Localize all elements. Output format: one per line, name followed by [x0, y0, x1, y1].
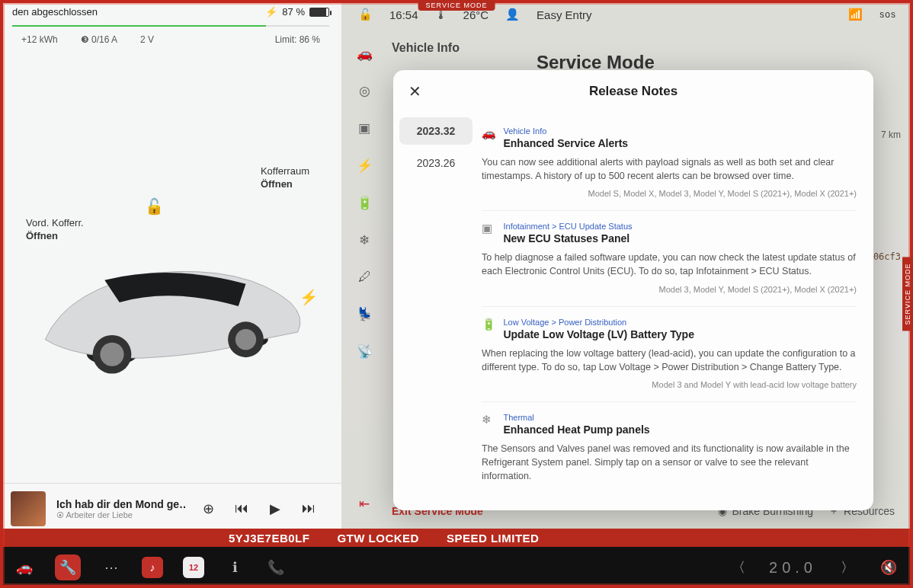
dock-manual-icon[interactable]: ℹ — [224, 559, 245, 576]
battery-icon — [309, 8, 329, 17]
release-notes-modal: ✕ Release Notes 2023.32 2023.26 🚗 Vehicl… — [393, 70, 873, 510]
dock-more-icon[interactable]: ⋯ — [101, 559, 122, 576]
rail-battery-icon[interactable]: 🔋 — [357, 195, 373, 211]
trunk-button[interactable]: Kofferraum Öffnen — [261, 165, 309, 191]
gtw-locked-text: GTW LOCKED — [337, 532, 419, 545]
hash-peek: 06cf3 — [873, 251, 901, 262]
note-models: Model 3, Model Y, Model S (2021+), Model… — [482, 285, 857, 294]
note-models: Model 3 and Model Y with lead-acid low v… — [482, 380, 857, 389]
svg-text:⚡: ⚡ — [300, 288, 319, 306]
charge-amps: ❸ 0/16 A — [81, 34, 117, 45]
note-battery-icon: 🔋 — [482, 318, 500, 331]
media-bar: Ich hab dir den Mond ge… ⦿ Arbeiter der … — [0, 483, 341, 533]
car-render: ⚡ — [23, 243, 320, 377]
note-item: ▣ Infotainment > ECU Update Status New E… — [482, 211, 857, 306]
media-next-button[interactable]: ⏭ — [297, 500, 320, 516]
note-body: To help diagnose a failed software updat… — [482, 251, 857, 278]
battery-percent: 87 % — [282, 6, 305, 18]
note-item: 🔋 Low Voltage > Power Distribution Updat… — [482, 307, 857, 402]
version-list: 2023.32 2023.26 — [393, 113, 479, 510]
temp-up-button[interactable]: 〉 — [837, 558, 858, 577]
note-title: Enhanced Service Alerts — [503, 137, 855, 149]
note-crumb: Low Voltage > Power Distribution — [503, 318, 855, 327]
charge-volts: 2 V — [140, 34, 154, 45]
note-crumb: Vehicle Info — [503, 126, 855, 136]
note-chip-icon: ▣ — [482, 222, 500, 235]
notes-scroll[interactable]: 🚗 Vehicle Info Enhanced Service Alerts Y… — [479, 113, 873, 510]
svg-point-5 — [235, 329, 256, 350]
note-title: Enhanced Heat Pump panels — [503, 423, 855, 436]
service-mode-side-tag: SERVICE MODE — [902, 257, 913, 331]
frunk-action: Öffnen — [26, 230, 84, 243]
rail-snowflake-icon[interactable]: ❄ — [359, 232, 370, 248]
media-play-button[interactable]: ▶ — [264, 500, 287, 517]
note-body: The Sensors and Valves panel was removed… — [482, 442, 857, 483]
vin-strip: 5YJ3E7EB0LF GTW LOCKED SPEED LIMITED — [0, 529, 913, 547]
dock-phone-icon[interactable]: 📞 — [265, 559, 287, 576]
note-crumb: Thermal — [503, 413, 855, 422]
charge-stats: +12 kWh ❸ 0/16 A 2 V Limit: 86 % — [0, 27, 341, 53]
rail-steering-icon[interactable]: ◎ — [359, 83, 370, 99]
lock-status-text: den abgeschlossen — [12, 6, 98, 18]
rail-vehicle-icon[interactable]: 🚗 — [357, 46, 373, 62]
header-lock-icon[interactable]: 🔓 — [358, 8, 373, 21]
note-item: 🚗 Vehicle Info Enhanced Service Alerts Y… — [482, 116, 857, 211]
version-item-1[interactable]: 2023.26 — [399, 149, 473, 177]
note-models: Model S, Model X, Model 3, Model Y, Mode… — [482, 189, 857, 198]
frunk-label: Vord. Kofferr. — [26, 217, 84, 228]
dock-calendar-icon[interactable]: 12 — [183, 557, 204, 578]
media-add-button[interactable]: ⊕ — [197, 500, 219, 517]
note-thermal-icon: ❄ — [482, 413, 500, 427]
charge-bolt-icon: ⚡ — [265, 6, 277, 18]
left-panel: den abgeschlossen ⚡ 87 % +12 kWh ❸ 0/16 … — [0, 0, 341, 533]
vin-text: 5YJ3E7EB0LF — [229, 532, 309, 545]
rail-exit-icon[interactable]: ⇤ — [359, 496, 370, 512]
speed-limited-text: SPEED LIMITED — [447, 532, 540, 545]
album-art[interactable] — [11, 491, 46, 526]
rail-seat-icon[interactable]: 💺 — [357, 306, 373, 322]
sos-button[interactable]: sos — [879, 9, 896, 20]
note-body: When replacing the low voltage battery (… — [482, 347, 857, 374]
temp-down-button[interactable]: 〈 — [728, 558, 749, 577]
profile-name[interactable]: Easy Entry — [537, 8, 592, 21]
note-title: New ECU Statuses Panel — [503, 232, 855, 244]
rail-bolt-icon[interactable]: ⚡ — [357, 158, 373, 174]
media-prev-button[interactable]: ⏮ — [230, 500, 253, 516]
header-time: 16:54 — [389, 8, 418, 21]
trunk-label: Kofferraum — [261, 165, 309, 177]
unlock-icon[interactable]: 🔓 — [145, 197, 164, 216]
frunk-button[interactable]: Vord. Kofferr. Öffnen — [26, 217, 84, 243]
dock-mute-icon[interactable]: 🔇 — [878, 559, 899, 576]
version-item-0[interactable]: 2023.32 — [399, 117, 473, 145]
service-mode-tag: SERVICE MODE — [418, 0, 495, 11]
svg-point-3 — [100, 343, 123, 366]
note-item: ❄ Thermal Enhanced Heat Pump panels The … — [482, 402, 857, 495]
dock-car-icon[interactable]: 🚗 — [14, 559, 35, 576]
charge-limit[interactable]: Limit: 86 % — [275, 34, 320, 45]
dock-music-icon[interactable]: ♪ — [142, 557, 163, 578]
rail-chip-icon[interactable]: ▣ — [358, 120, 370, 136]
wifi-icon[interactable]: 📶 — [848, 8, 863, 21]
trunk-action: Öffnen — [261, 178, 309, 191]
dock-temp[interactable]: 20.0 — [769, 559, 817, 577]
rail-wrench-icon[interactable]: 🖊 — [358, 270, 371, 285]
charge-kwh: +12 kWh — [21, 34, 58, 45]
track-title: Ich hab dir den Mond ge… — [56, 498, 186, 510]
note-body: You can now see additional alerts with p… — [482, 155, 857, 183]
dock-service-icon[interactable]: 🔧 — [55, 554, 81, 580]
note-title: Update Low Voltage (LV) Battery Type — [503, 328, 855, 340]
odometer-peek: 7 km — [881, 129, 901, 140]
track-artist: ⦿ Arbeiter der Liebe — [56, 510, 186, 519]
rail-satellite-icon[interactable]: 📡 — [357, 344, 373, 360]
note-crumb: Infotainment > ECU Update Status — [503, 222, 855, 231]
modal-title: Release Notes — [408, 84, 858, 99]
note-car-icon: 🚗 — [482, 126, 500, 140]
service-icon-rail: 🚗 ◎ ▣ ⚡ 🔋 ❄ 🖊 💺 📡 ⇤ — [341, 29, 387, 527]
profile-icon[interactable]: 👤 — [505, 8, 520, 21]
bottom-dock: 🚗 🔧 ⋯ ♪ 12 ℹ 📞 〈 20.0 〉 🔇 — [0, 547, 913, 588]
